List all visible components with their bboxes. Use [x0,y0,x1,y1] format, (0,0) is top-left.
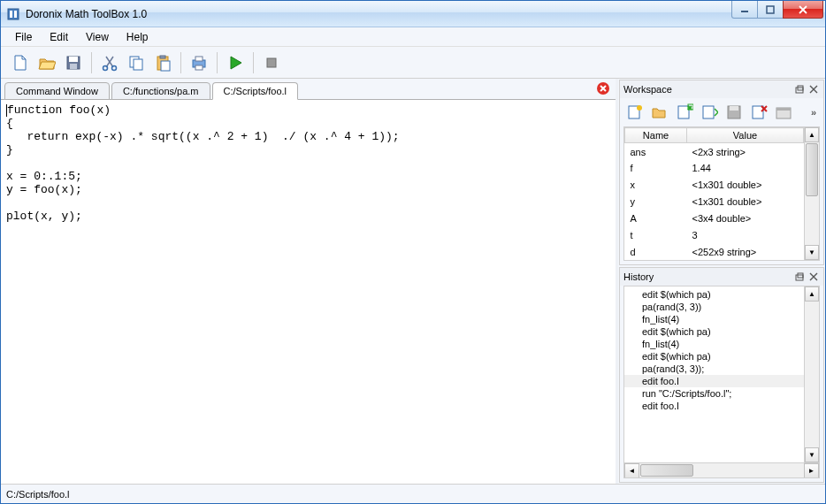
svg-rect-13 [160,56,165,58]
ws-new-button[interactable] [623,101,646,124]
ws-add-button[interactable] [673,101,696,124]
table-row[interactable]: ans<2x3 string> [625,143,804,161]
scroll-left-icon[interactable]: ◄ [624,463,639,478]
copy-button[interactable] [124,50,149,75]
tab-label: C:/functions/pa.m [123,86,199,96]
close-button[interactable] [783,1,823,19]
undock-icon[interactable] [793,271,806,283]
body-area: Command Window C:/functions/pa.m C:/Scri… [1,79,825,484]
close-panel-icon[interactable] [807,271,820,283]
editor-content: function foo(x) { return exp(-x) .* sqrt… [6,103,400,223]
menu-edit[interactable]: Edit [42,29,75,45]
editor-pane: Command Window C:/functions/pa.m C:/Scri… [1,79,618,484]
scroll-thumb[interactable] [640,464,693,477]
code-editor[interactable]: function foo(x) { return exp(-x) .* sqrt… [1,100,616,484]
workspace-header[interactable]: Workspace [620,80,823,98]
maximize-button[interactable] [757,1,784,19]
ws-var-name: y [625,194,687,210]
scroll-thumb[interactable] [806,143,818,196]
workspace-toolbar: » [620,98,823,126]
ws-var-name: t [625,226,687,243]
menu-help[interactable]: Help [119,29,156,45]
history-header[interactable]: History [620,268,823,286]
ws-var-name: d [625,243,687,260]
ws-var-value: <1x301 double> [687,194,804,210]
ws-var-value: <3x4 double> [687,210,804,226]
svg-rect-28 [730,106,738,111]
editor-tabs: Command Window C:/functions/pa.m C:/Scri… [1,79,616,100]
menu-view[interactable]: View [79,29,116,45]
tab-command-window[interactable]: Command Window [4,82,110,100]
history-title: History [623,271,793,282]
print-button[interactable] [187,50,211,75]
history-item[interactable]: edit $(which pa) [624,325,819,338]
ws-more-icon[interactable]: » [807,106,820,118]
svg-rect-4 [767,6,774,13]
scroll-up-icon[interactable]: ▲ [805,127,819,142]
table-row[interactable]: A<3x4 double> [625,210,804,226]
scroll-track[interactable] [805,197,819,245]
ws-var-name: ans [625,143,687,161]
svg-rect-1 [10,11,12,18]
cut-button[interactable] [97,50,122,75]
tab-pa-m[interactable]: C:/functions/pa.m [111,82,210,100]
toolbar-separator [253,52,254,73]
ws-col-name[interactable]: Name [625,128,687,143]
ws-var-name: f [625,160,687,177]
tab-foo-l[interactable]: C:/Scripts/foo.l [212,82,299,100]
paste-button[interactable] [150,50,175,75]
menu-file[interactable]: File [8,29,39,45]
new-file-button[interactable] [8,50,33,75]
svg-rect-17 [195,65,203,70]
stop-button[interactable] [259,50,284,75]
ws-var-value: 3 [687,226,804,243]
ws-delete-button[interactable] [747,101,770,124]
toolbar [1,47,825,79]
scroll-down-icon[interactable]: ▼ [805,245,819,260]
close-panel-icon[interactable] [807,83,820,95]
table-row[interactable]: x<1x301 double> [625,177,804,194]
scroll-track[interactable] [805,302,819,447]
ws-col-value[interactable]: Value [687,128,804,143]
svg-point-8 [103,65,108,70]
ws-import-button[interactable] [698,101,721,124]
history-item[interactable]: pa(rand(3, 3)) [624,301,819,313]
scroll-down-icon[interactable]: ▼ [805,447,819,462]
window-controls [732,1,823,19]
table-row[interactable]: t3 [625,226,804,243]
history-hscrollbar[interactable]: ◄ ► [624,462,819,477]
svg-rect-6 [69,57,78,62]
save-button[interactable] [61,50,86,75]
history-item[interactable]: edit foo.l [624,400,819,412]
open-file-button[interactable] [34,50,59,75]
run-button[interactable] [223,50,248,75]
table-row[interactable]: f1.44 [625,160,804,177]
workspace-scrollbar[interactable]: ▲ ▼ [804,127,819,260]
scroll-right-icon[interactable]: ► [804,463,819,478]
workspace-table: Name Value ans<2x3 string>f1.44x<1x301 d… [623,126,820,261]
ws-save-button[interactable] [723,101,746,124]
table-row[interactable]: d<252x9 string> [625,243,804,260]
scroll-track[interactable] [694,463,804,477]
tab-close-button[interactable] [596,81,610,95]
table-row[interactable]: y<1x301 double> [625,194,804,210]
ws-open-button[interactable] [648,101,671,124]
history-list-container: edit $(which pa)pa(rand(3, 3))fn_list(4)… [623,286,820,478]
minimize-button[interactable] [731,1,758,19]
history-item[interactable]: pa(rand(3, 3)); [624,363,819,375]
history-item[interactable]: edit $(which pa) [624,350,819,363]
ws-refresh-button[interactable] [772,101,795,124]
history-item[interactable]: run "C:/Scripts/foo.l"; [624,387,819,400]
history-item[interactable]: fn_list(4) [624,313,819,325]
svg-rect-16 [195,57,203,61]
history-vscrollbar[interactable]: ▲ ▼ [804,286,819,462]
history-item[interactable]: edit $(which pa) [624,288,819,301]
undock-icon[interactable] [793,83,806,95]
ws-var-value: <2x3 string> [687,143,804,161]
history-item[interactable]: edit foo.l [624,375,819,387]
workspace-table-grid[interactable]: Name Value ans<2x3 string>f1.44x<1x301 d… [624,127,804,260]
history-item[interactable]: fn_list(4) [624,338,819,350]
history-list[interactable]: edit $(which pa)pa(rand(3, 3))fn_list(4)… [624,286,819,462]
titlebar[interactable]: Doronix Math ToolBox 1.0 [1,1,825,27]
scroll-up-icon[interactable]: ▲ [805,286,819,302]
